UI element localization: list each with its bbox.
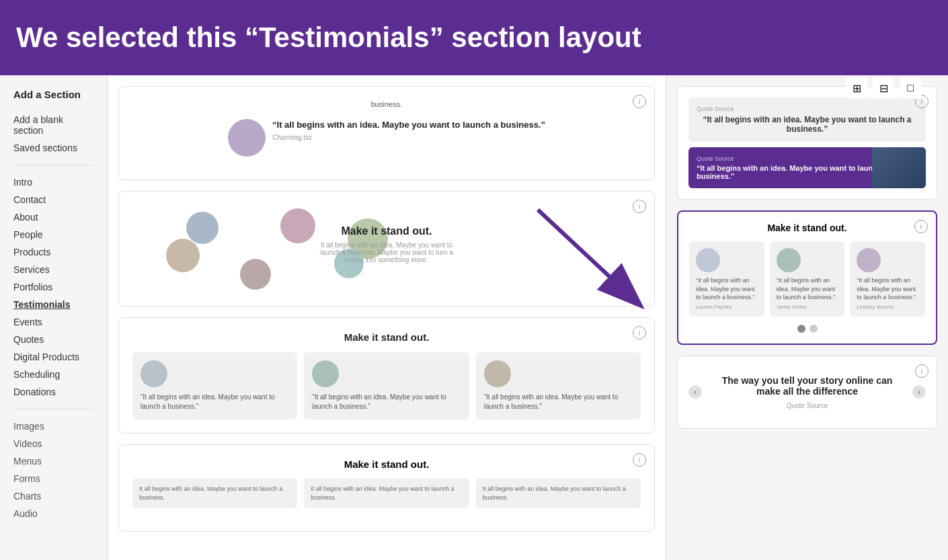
rc3-arrow-left[interactable]: ‹: [688, 385, 702, 399]
rc2-col3-text: “It all begins with an idea. Maybe you w…: [857, 276, 918, 302]
center-grid[interactable]: i business. “It all begins with an idea.…: [108, 75, 666, 560]
rc1-image-bg: [872, 147, 926, 188]
rc2-dot-2: [809, 325, 818, 333]
card2-subtitle: It all begins with an idea. Maybe you wa…: [319, 241, 454, 264]
layout-card-4[interactable]: i Make it stand out. It all begins with …: [118, 444, 655, 532]
floating-avatar-6: [240, 259, 271, 290]
sidebar-item-services[interactable]: Services: [0, 261, 107, 278]
rc2-dot-1: [797, 325, 805, 333]
card4-col-2[interactable]: It all begins with an idea. Maybe you wa…: [304, 478, 469, 508]
grid2-icon-button[interactable]: ⊟: [873, 77, 894, 99]
floating-avatar-2: [280, 208, 315, 243]
rc3-wrapper: ‹ The way you tell your story online can…: [688, 367, 926, 417]
rc2-col1-avatar: [696, 248, 720, 272]
col1-avatar: [141, 360, 167, 387]
sidebar-item-menus[interactable]: Menus: [0, 452, 107, 470]
grid4-icon-button[interactable]: ⊞: [846, 77, 867, 99]
sidebar-item-images[interactable]: Images: [0, 417, 107, 435]
rc2-dots: [689, 325, 925, 333]
col2-avatar: [312, 360, 339, 387]
sidebar-item-contact[interactable]: Contact: [0, 191, 107, 208]
rc2-col1-name: Lauren PayNia: [696, 304, 758, 310]
col2-text: “It all begins with an idea. Maybe you w…: [312, 393, 461, 411]
card2-text-block: Make it stand out. It all begins with an…: [319, 225, 454, 264]
rc2-col2-name: Jamie Kinkel: [777, 304, 838, 310]
right-panel: i Quote Source “It all begins with an id…: [666, 75, 948, 560]
sidebar-item-testimonials[interactable]: Testimonials: [0, 296, 107, 313]
sidebar-item-videos[interactable]: Videos: [0, 435, 107, 452]
sidebar-item-donations[interactable]: Donations: [0, 383, 107, 401]
card3-title: Make it stand out.: [132, 331, 641, 343]
sidebar-item-forms[interactable]: Forms: [0, 470, 107, 487]
sidebar: Add a Section Add a blank section Saved …: [0, 75, 108, 560]
sidebar-item-audio[interactable]: Audio: [0, 505, 107, 522]
floating-avatar-4: [166, 239, 200, 272]
rc1-image: [872, 147, 926, 188]
layout-card-2[interactable]: i Make it stand out. It all begins with …: [118, 191, 655, 307]
rc1-bottom: Quote Source “It all begins with an idea…: [688, 147, 926, 188]
rc2-cols: “It all begins with an idea. Maybe you w…: [689, 241, 925, 317]
info-icon-4[interactable]: i: [633, 453, 646, 467]
sidebar-item-people[interactable]: People: [0, 226, 107, 243]
sidebar-item-about[interactable]: About: [0, 208, 107, 226]
card3-col-3[interactable]: “It all begins with an idea. Maybe you w…: [476, 352, 641, 419]
banner-title: We selected this “Testimonials” section …: [16, 21, 641, 54]
card4-col2-text: It all begins with an idea. Maybe you wa…: [311, 485, 462, 502]
info-icon-1[interactable]: i: [633, 95, 646, 108]
col3-avatar: [484, 360, 511, 387]
card2-content: Make it stand out. It all begins with an…: [132, 205, 641, 292]
rc3-title: The way you tell your story online can m…: [715, 375, 899, 397]
sidebar-item-scheduling[interactable]: Scheduling: [0, 366, 107, 383]
rc2-col-1[interactable]: “It all begins with an idea. Maybe you w…: [689, 241, 764, 317]
sidebar-item-events[interactable]: Events: [0, 313, 107, 331]
sidebar-item-portfolios[interactable]: Portfolios: [0, 278, 107, 296]
card1-header: business.: [132, 100, 641, 108]
rc2-col-3[interactable]: “It all begins with an idea. Maybe you w…: [850, 241, 925, 317]
rc2-col2-text: “It all begins with an idea. Maybe you w…: [777, 276, 838, 302]
square-icon-button[interactable]: □: [900, 77, 921, 99]
rc3-content: The way you tell your story online can m…: [707, 367, 907, 417]
saved-sections-link[interactable]: Saved sections: [0, 139, 107, 157]
card3-col-2[interactable]: “It all begins with an idea. Maybe you w…: [304, 352, 469, 419]
rc2-col1-text: “It all begins with an idea. Maybe you w…: [696, 276, 758, 302]
right-card-3[interactable]: i ‹ The way you tell your story online c…: [677, 356, 937, 429]
sidebar-nav: Intro Contact About People Products Serv…: [0, 173, 107, 401]
sidebar-item-products[interactable]: Products: [0, 243, 107, 261]
rc2-col2-avatar: [777, 248, 801, 272]
card4-col-3[interactable]: It all begins with an idea. Maybe you wa…: [476, 478, 641, 508]
rc2-col-2[interactable]: “It all begins with an idea. Maybe you w…: [770, 241, 845, 317]
info-icon-3[interactable]: i: [633, 326, 646, 339]
rc3-source: Quote Source: [715, 402, 899, 409]
card4-col3-text: It all begins with an idea. Maybe you wa…: [483, 485, 634, 502]
right-card-2-selected[interactable]: i Make it stand out. “It all begins with…: [677, 210, 937, 345]
sidebar-media: Images Videos Menus Forms Charts Audio: [0, 417, 107, 522]
quote-text-1: “It all begins with an idea. Maybe you w…: [272, 119, 545, 131]
rc2-title: Make it stand out.: [689, 223, 925, 233]
card4-title: Make it stand out.: [132, 458, 641, 470]
sidebar-item-charts[interactable]: Charts: [0, 487, 107, 505]
add-blank-section-link[interactable]: Add a blank section: [0, 111, 107, 139]
card4-cols: It all begins with an idea. Maybe you wa…: [132, 478, 641, 508]
sidebar-item-digital-products[interactable]: Digital Products: [0, 348, 107, 366]
card2-title: Make it stand out.: [319, 225, 454, 237]
quote-source-1: Charming.biz: [272, 134, 545, 141]
right-info-icon-2[interactable]: i: [914, 220, 928, 233]
sidebar-item-quotes[interactable]: Quotes: [0, 331, 107, 348]
rc3-arrow-right[interactable]: ›: [912, 385, 926, 399]
sidebar-actions: Add a blank section Saved sections: [0, 111, 107, 157]
card3-cols: “It all begins with an idea. Maybe you w…: [132, 352, 641, 419]
sidebar-item-intro[interactable]: Intro: [0, 173, 107, 191]
right-card-1[interactable]: i Quote Source “It all begins with an id…: [677, 86, 937, 200]
layout-card-1[interactable]: i business. “It all begins with an idea.…: [118, 86, 655, 180]
right-info-icon-3[interactable]: i: [915, 364, 929, 378]
rc2-col3-avatar: [857, 248, 881, 272]
rc1-source: Quote Source: [697, 106, 918, 112]
layout-card-3[interactable]: i Make it stand out. “It all begins with…: [118, 317, 655, 434]
banner: We selected this “Testimonials” section …: [0, 0, 948, 75]
card4-col-1[interactable]: It all begins with an idea. Maybe you wa…: [132, 478, 297, 508]
content-area: i business. “It all begins with an idea.…: [108, 75, 948, 560]
card4-col1-text: It all begins with an idea. Maybe you wa…: [139, 485, 290, 502]
main-container: Add a Section Add a blank section Saved …: [0, 75, 948, 560]
card3-col-1[interactable]: “It all begins with an idea. Maybe you w…: [132, 352, 297, 419]
card1-content: “It all begins with an idea. Maybe you w…: [132, 114, 641, 162]
